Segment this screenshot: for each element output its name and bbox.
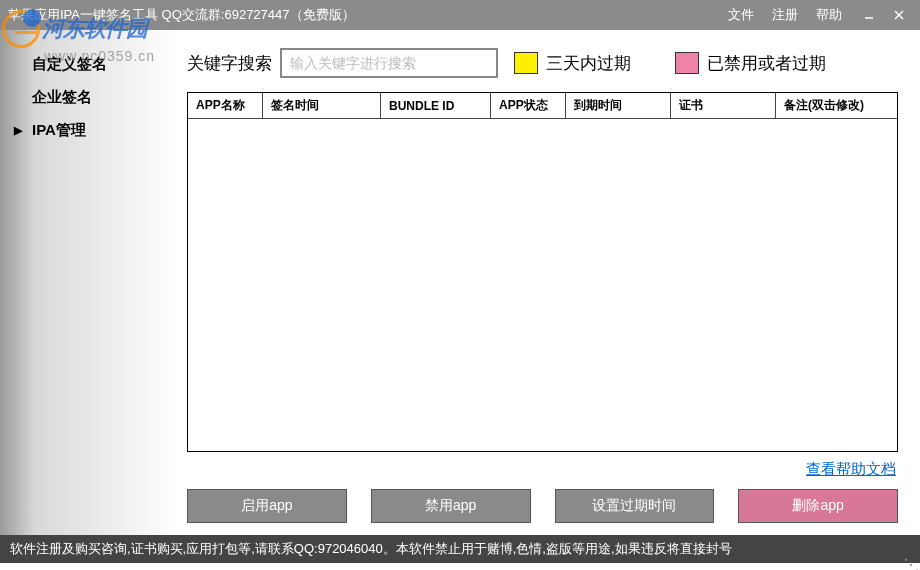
table-header: APP名称 签名时间 BUNDLE ID APP状态 到期时间 证书 备注(双击… [188, 93, 897, 119]
app-table: APP名称 签名时间 BUNDLE ID APP状态 到期时间 证书 备注(双击… [187, 92, 898, 452]
sidebar-item-enterprise-sign[interactable]: 企业签名 [0, 81, 175, 114]
table-body[interactable] [188, 119, 897, 451]
menu-file[interactable]: 文件 [728, 6, 754, 24]
sidebar-item-label: 企业签名 [32, 88, 92, 105]
col-bundle-id[interactable]: BUNDLE ID [381, 93, 491, 118]
col-app-status[interactable]: APP状态 [491, 93, 566, 118]
sidebar-item-ipa-manage[interactable]: IPA管理 [0, 114, 175, 147]
titlebar: 苹果应用IPA一键签名工具 QQ交流群:692727447（免费版） 文件 注册… [0, 0, 920, 30]
legend-expiring-color [514, 52, 538, 74]
col-expire-time[interactable]: 到期时间 [566, 93, 671, 118]
col-app-name[interactable]: APP名称 [188, 93, 263, 118]
sidebar-item-label: IPA管理 [32, 121, 86, 138]
help-doc-link[interactable]: 查看帮助文档 [806, 460, 896, 477]
sidebar-item-label: 自定义签名 [32, 55, 107, 72]
sidebar: 自定义签名 企业签名 IPA管理 [0, 30, 175, 535]
minimize-button[interactable] [856, 5, 882, 25]
col-sign-time[interactable]: 签名时间 [263, 93, 381, 118]
search-input[interactable] [280, 48, 498, 78]
sidebar-item-custom-sign[interactable]: 自定义签名 [0, 48, 175, 81]
set-expire-button[interactable]: 设置过期时间 [555, 489, 715, 523]
disable-app-button[interactable]: 禁用app [371, 489, 531, 523]
legend-disabled-label: 已禁用或者过期 [707, 52, 826, 75]
enable-app-button[interactable]: 启用app [187, 489, 347, 523]
legend-disabled-color [675, 52, 699, 74]
resize-grip-icon[interactable] [904, 554, 918, 568]
menu-register[interactable]: 注册 [772, 6, 798, 24]
col-remark[interactable]: 备注(双击修改) [776, 93, 897, 118]
close-button[interactable] [886, 5, 912, 25]
col-cert[interactable]: 证书 [671, 93, 776, 118]
delete-app-button[interactable]: 删除app [738, 489, 898, 523]
window-title: 苹果应用IPA一键签名工具 QQ交流群:692727447（免费版） [8, 6, 728, 24]
legend-expiring-label: 三天内过期 [546, 52, 631, 75]
search-label: 关键字搜索 [187, 52, 272, 75]
statusbar: 软件注册及购买咨询,证书购买,应用打包等,请联系QQ:972046040。本软件… [0, 535, 920, 563]
menu-help[interactable]: 帮助 [816, 6, 842, 24]
